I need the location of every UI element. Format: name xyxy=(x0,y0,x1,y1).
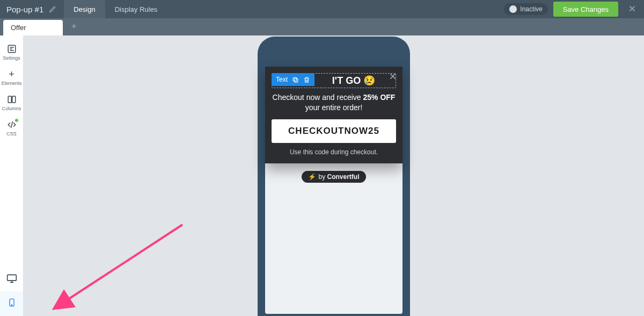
subtext-post: your entire order! xyxy=(305,103,363,112)
svg-point-5 xyxy=(11,305,12,305)
text-element-selected[interactable]: Text I'T GO 😢 xyxy=(272,73,396,88)
status-dot-icon xyxy=(15,119,18,122)
annotation-arrow-icon xyxy=(48,219,193,316)
popup-widget[interactable]: Text I'T GO 😢 Checkout now and receive 2… xyxy=(265,67,402,163)
title-wrap: Pop-up #1 xyxy=(0,0,64,18)
branding-prefix: by xyxy=(318,173,327,181)
tab-display-rules[interactable]: Display Rules xyxy=(105,0,167,18)
svg-rect-1 xyxy=(8,96,11,103)
rail-columns[interactable]: Columns xyxy=(0,90,23,116)
settings-panel-icon xyxy=(7,44,17,54)
svg-rect-6 xyxy=(294,78,298,82)
rail-label: Elements xyxy=(2,81,22,86)
close-icon xyxy=(628,4,636,13)
coupon-code[interactable]: CHECKOUTNOW25 xyxy=(272,119,396,143)
branding-badge[interactable]: ⚡by Convertful xyxy=(302,171,365,183)
branding-name: Convertful xyxy=(327,173,360,181)
rail-css[interactable]: CSS xyxy=(0,116,23,141)
rail-settings[interactable]: Settings xyxy=(0,40,23,65)
selection-type-label: Text xyxy=(276,74,288,85)
copy-icon xyxy=(292,76,299,83)
duplicate-button[interactable] xyxy=(292,76,299,83)
svg-rect-3 xyxy=(7,275,16,281)
canvas[interactable]: Text I'T GO 😢 Checkout now and receive 2… xyxy=(24,35,644,316)
popup-hint: Use this code during checkout. xyxy=(272,148,396,156)
status-toggle[interactable]: Inactive xyxy=(504,3,547,15)
screen-tab-offer[interactable]: Offer xyxy=(3,20,63,35)
columns-icon xyxy=(7,95,17,104)
mobile-icon xyxy=(8,297,16,308)
rename-button[interactable] xyxy=(48,4,57,14)
mobile-frame: Text I'T GO 😢 Checkout now and receive 2… xyxy=(258,37,410,316)
tab-design[interactable]: Design xyxy=(64,0,105,18)
svg-line-8 xyxy=(59,225,182,305)
rail-label: CSS xyxy=(6,131,17,137)
rail-label: Settings xyxy=(3,55,20,61)
mobile-viewport: Text I'T GO 😢 Checkout now and receive 2… xyxy=(265,67,402,314)
svg-rect-2 xyxy=(12,96,15,103)
left-rail: Settings + Elements Columns CSS xyxy=(0,35,24,316)
trash-icon xyxy=(303,76,310,83)
device-desktop[interactable] xyxy=(0,268,23,291)
pencil-icon xyxy=(49,5,56,13)
rail-elements[interactable]: + Elements xyxy=(0,65,23,90)
save-button[interactable]: Save Changes xyxy=(553,2,618,17)
popup-subtext[interactable]: Checkout now and receive 25% OFF your en… xyxy=(272,92,396,113)
screen-tabs: Offer + xyxy=(0,18,644,35)
add-screen-button[interactable]: + xyxy=(66,21,82,35)
plus-icon: + xyxy=(71,21,77,32)
subtext-bold: 25% OFF xyxy=(363,93,395,102)
subtext-pre: Checkout now and receive xyxy=(273,93,363,102)
close-button[interactable] xyxy=(625,3,640,16)
page-title: Pop-up #1 xyxy=(6,5,43,14)
desktop-icon xyxy=(6,273,17,284)
device-mobile[interactable] xyxy=(0,291,23,316)
rail-label: Columns xyxy=(2,106,21,111)
toggle-knob-icon xyxy=(509,5,517,13)
svg-rect-7 xyxy=(293,77,297,81)
workspace-body: Settings + Elements Columns CSS xyxy=(0,35,644,316)
app-header: Pop-up #1 Design Display Rules Inactive … xyxy=(0,0,644,18)
delete-button[interactable] xyxy=(303,76,310,83)
bolt-icon: ⚡ xyxy=(308,173,316,181)
plus-icon: + xyxy=(0,69,23,79)
selection-toolbar: Text xyxy=(272,73,314,86)
status-label: Inactive xyxy=(520,5,542,13)
